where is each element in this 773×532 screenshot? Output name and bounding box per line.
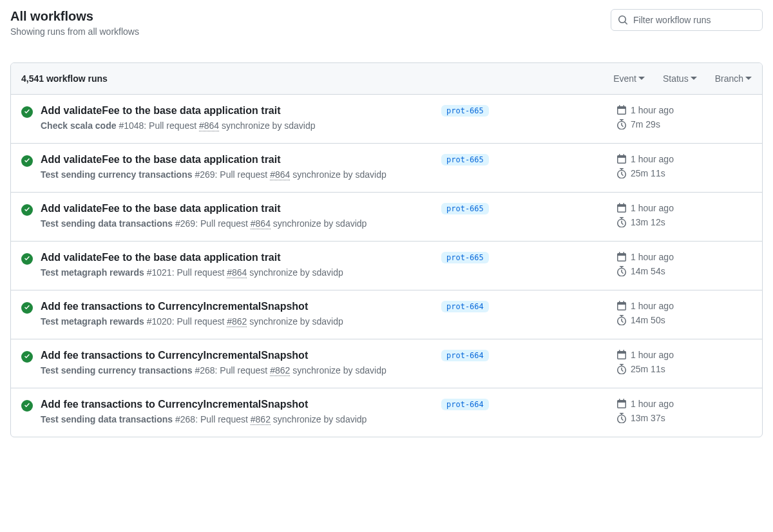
subline-text: synchronize by sdavidp — [290, 169, 386, 180]
filter-status-label: Status — [663, 73, 689, 84]
branch-chip[interactable]: prot-664 — [441, 399, 489, 410]
workflow-run-row: Add validateFee to the base data applica… — [11, 193, 762, 242]
run-title[interactable]: Add fee transactions to CurrencyIncremen… — [41, 301, 434, 312]
run-title[interactable]: Add fee transactions to CurrencyIncremen… — [41, 350, 434, 361]
calendar-icon — [616, 350, 627, 360]
subline-text: synchronize by sdavidp — [290, 365, 386, 375]
pr-link[interactable]: #864 — [227, 267, 247, 278]
runs-list: 4,541 workflow runs Event Status Branch — [10, 62, 763, 437]
run-number: #269 — [175, 218, 195, 229]
duration: 25m 11s — [631, 168, 665, 178]
workflow-name[interactable]: Test sending data transactions — [41, 218, 173, 229]
branch-chip[interactable]: prot-664 — [441, 350, 489, 361]
workflow-name[interactable]: Test sending currency transactions — [41, 365, 192, 375]
subline-text: : Pull request — [215, 169, 271, 180]
success-check-icon — [21, 400, 33, 412]
branch-chip[interactable]: prot-664 — [441, 301, 489, 312]
filter-branch-label: Branch — [715, 73, 743, 84]
filter-group: Event Status Branch — [613, 73, 752, 84]
duration: 25m 11s — [631, 364, 665, 374]
workflow-run-row: Add fee transactions to CurrencyIncremen… — [11, 388, 762, 437]
run-count: 4,541 workflow runs — [21, 73, 108, 84]
calendar-icon — [616, 252, 627, 262]
subline-text: synchronize by sdavidp — [271, 414, 367, 424]
workflow-name[interactable]: Test sending currency transactions — [41, 169, 192, 180]
page-title: All workflows — [10, 9, 139, 24]
subline-text: synchronize by sdavidp — [247, 267, 343, 278]
workflow-name[interactable]: Test sending data transactions — [41, 414, 173, 424]
filter-input[interactable] — [633, 15, 756, 25]
run-title[interactable]: Add validateFee to the base data applica… — [41, 105, 434, 117]
calendar-icon — [616, 154, 627, 164]
filter-event[interactable]: Event — [613, 73, 645, 84]
stopwatch-icon — [616, 315, 627, 325]
subline-text: : Pull request — [172, 267, 227, 278]
calendar-icon — [616, 203, 627, 213]
stopwatch-icon — [616, 119, 627, 129]
filter-input-wrapper[interactable] — [611, 9, 763, 31]
run-title[interactable]: Add validateFee to the base data applica… — [41, 154, 434, 166]
success-check-icon — [21, 351, 33, 363]
workflow-name[interactable]: Test metagraph rewards — [41, 316, 144, 327]
subline-text: synchronize by sdavidp — [219, 120, 315, 131]
branch-chip[interactable]: prot-665 — [441, 252, 489, 263]
run-number: #268 — [195, 365, 215, 375]
success-check-icon — [21, 302, 33, 314]
run-title[interactable]: Add validateFee to the base data applica… — [41, 203, 434, 214]
workflow-run-row: Add fee transactions to CurrencyIncremen… — [11, 290, 762, 339]
caret-down-icon — [745, 77, 752, 81]
run-number: #1048 — [119, 120, 144, 131]
duration: 7m 29s — [631, 119, 660, 129]
filter-event-label: Event — [613, 73, 636, 84]
filter-branch[interactable]: Branch — [715, 73, 752, 84]
workflow-name[interactable]: Check scala code — [41, 120, 117, 131]
pr-link[interactable]: #862 — [251, 414, 271, 425]
subline-text: : Pull request — [215, 365, 271, 375]
calendar-icon — [616, 301, 627, 311]
time-ago: 1 hour ago — [631, 105, 674, 115]
success-check-icon — [21, 155, 33, 167]
subline-text: : Pull request — [172, 316, 227, 327]
time-ago: 1 hour ago — [631, 301, 674, 311]
run-number: #269 — [195, 169, 215, 180]
run-title[interactable]: Add validateFee to the base data applica… — [41, 252, 434, 263]
branch-chip[interactable]: prot-665 — [441, 105, 489, 117]
success-check-icon — [21, 106, 33, 118]
pr-link[interactable]: #864 — [270, 169, 290, 180]
time-ago: 1 hour ago — [631, 154, 674, 164]
branch-chip[interactable]: prot-665 — [441, 154, 489, 166]
stopwatch-icon — [616, 168, 627, 178]
workflow-run-row: Add validateFee to the base data applica… — [11, 242, 762, 290]
duration: 14m 50s — [631, 315, 665, 325]
run-subline: Test sending currency transactions #269:… — [41, 168, 434, 182]
success-check-icon — [21, 253, 33, 265]
filter-status[interactable]: Status — [663, 73, 697, 84]
stopwatch-icon — [616, 364, 627, 374]
caret-down-icon — [691, 77, 697, 81]
duration: 13m 12s — [631, 217, 665, 227]
branch-chip[interactable]: prot-665 — [441, 203, 489, 214]
run-subline: Test sending data transactions #268: Pul… — [41, 413, 434, 426]
pr-link[interactable]: #864 — [199, 120, 219, 131]
run-title[interactable]: Add fee transactions to CurrencyIncremen… — [41, 399, 434, 410]
stopwatch-icon — [616, 217, 627, 227]
run-number: #1020 — [147, 316, 172, 327]
duration: 13m 37s — [631, 413, 665, 423]
pr-link[interactable]: #862 — [270, 365, 290, 376]
run-number: #268 — [175, 414, 195, 424]
page-subtitle: Showing runs from all workflows — [10, 26, 139, 37]
pr-link[interactable]: #862 — [227, 316, 247, 327]
time-ago: 1 hour ago — [631, 350, 674, 360]
calendar-icon — [616, 105, 627, 115]
duration: 14m 54s — [631, 266, 665, 276]
subline-text: : Pull request — [195, 414, 251, 424]
search-icon — [618, 15, 628, 25]
workflow-name[interactable]: Test metagraph rewards — [41, 267, 144, 278]
calendar-icon — [616, 399, 627, 409]
time-ago: 1 hour ago — [631, 399, 674, 409]
stopwatch-icon — [616, 266, 627, 276]
run-subline: Test sending data transactions #269: Pul… — [41, 217, 434, 231]
subline-text: synchronize by sdavidp — [247, 316, 343, 327]
workflow-run-row: Add validateFee to the base data applica… — [11, 144, 762, 193]
pr-link[interactable]: #864 — [251, 218, 271, 229]
